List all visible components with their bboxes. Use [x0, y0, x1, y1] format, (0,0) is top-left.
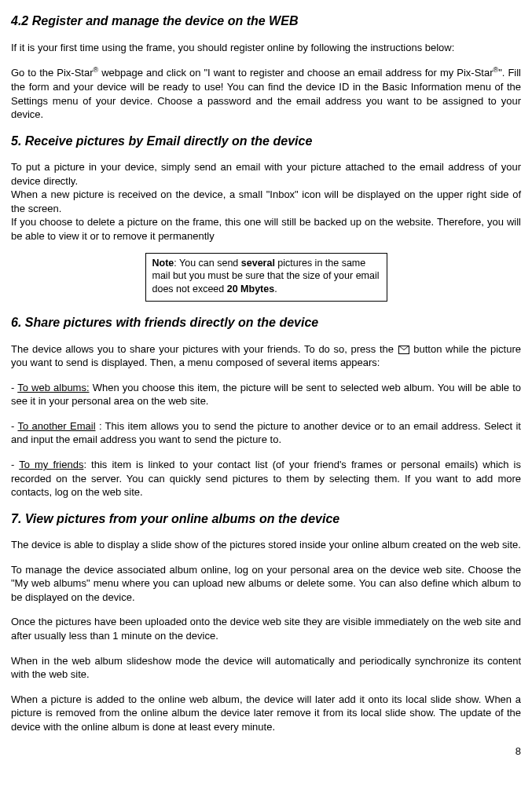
- s7-p2: To manage the device associated album on…: [11, 563, 521, 605]
- s6-p1: The device allows you to share your pict…: [11, 342, 521, 370]
- s7-p4: When in the web album slideshow mode the…: [11, 654, 521, 682]
- s7-p3: Once the pictures have been uploaded ont…: [11, 615, 521, 642]
- text-fragment: .: [274, 283, 277, 294]
- text-fragment: The device allows you to share your pict…: [11, 343, 398, 355]
- text-fragment: : You can send: [174, 258, 241, 269]
- s6-item-another-email: - To another Email : This item allows yo…: [11, 419, 521, 447]
- s6-item-my-friends: - To my friends: this item is linked to …: [11, 458, 521, 499]
- text-fragment: webpage and click on "I want to register…: [98, 67, 493, 79]
- s6-item-web-albums: - To web albums: When you choose this it…: [11, 381, 521, 408]
- note-box: Note: You can send several pictures in t…: [145, 253, 387, 302]
- item-label: To my friends: [19, 459, 83, 470]
- envelope-icon: [398, 346, 409, 354]
- note-label: Note: [152, 258, 174, 269]
- page-number: 8: [11, 744, 521, 759]
- s5-p1: To put a picture in your device, simply …: [11, 160, 521, 188]
- heading-4-2: 4.2 Register and manage the device on th…: [11, 13, 521, 30]
- item-label: To another Email: [17, 420, 95, 432]
- s7-p1: The device is able to display a slide sh…: [11, 538, 521, 552]
- s42-p1: If it is your first time using the frame…: [11, 41, 521, 55]
- text-fragment: 20 Mbytes: [227, 283, 274, 294]
- s5-p2: When a new picture is received on the de…: [11, 188, 521, 215]
- s42-p2: Go to the Pix-Star® webpage and click on…: [11, 65, 521, 122]
- item-label: To web albums:: [17, 382, 89, 393]
- heading-6: 6. Share pictures with friends directly …: [11, 314, 521, 331]
- text-fragment: Go to the Pix-Star: [11, 67, 94, 79]
- heading-7: 7. View pictures from your online albums…: [11, 510, 521, 528]
- heading-5: 5. Receive pictures by Email directly on…: [11, 133, 521, 150]
- s5-p3: If you choose to delete a picture on the…: [11, 215, 521, 243]
- text-fragment: : this item is linked to your contact li…: [11, 459, 521, 498]
- text-fragment: several: [241, 258, 275, 269]
- s7-p5: When a picture is added to the online we…: [11, 693, 521, 734]
